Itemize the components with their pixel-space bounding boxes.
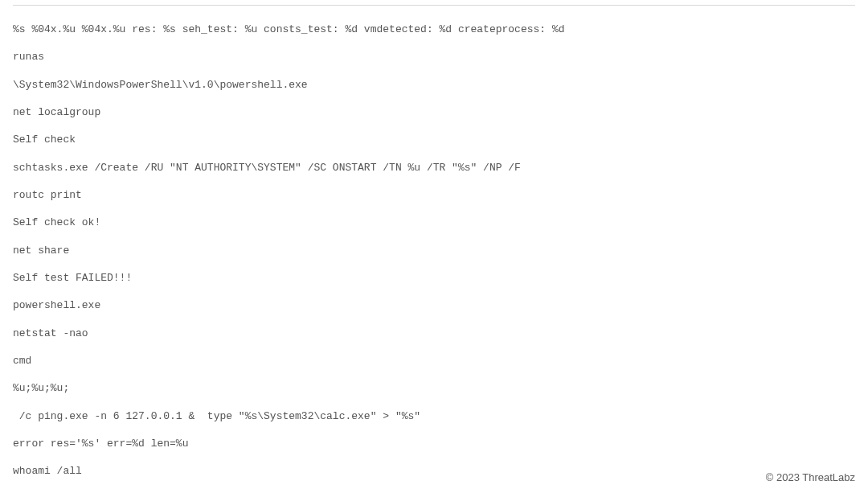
text-line: cmd (13, 354, 855, 368)
text-line: netstat -nao (13, 327, 855, 340)
text-line: Self check (13, 133, 855, 146)
text-line: Self check ok! (13, 216, 855, 229)
text-line: Self test FAILED!!! (13, 271, 855, 285)
text-line: powershell.exe (13, 298, 855, 312)
text-line: runas (13, 50, 855, 64)
text-line: whoami /all (13, 464, 855, 478)
text-line: %u;%u;%u; (13, 381, 855, 395)
text-line: net share (13, 244, 855, 257)
text-line: %s %04x.%u %04x.%u res: %s seh_test: %u … (13, 23, 855, 36)
copyright-label: © 2023 ThreatLabz (766, 471, 855, 484)
text-line: error res='%s' err=%d len=%u (13, 437, 855, 450)
text-line: net localgroup (13, 105, 855, 119)
text-line: schtasks.exe /Create /RU "NT AUTHORITY\S… (13, 161, 855, 175)
text-line: routc print (13, 188, 855, 202)
text-line: /c ping.exe -n 6 127.0.0.1 & type "%s\Sy… (13, 409, 855, 423)
text-line: \System32\WindowsPowerShell\v1.0\powersh… (13, 78, 855, 92)
decoded-strings-block: %s %04x.%u %04x.%u res: %s seh_test: %u … (13, 9, 855, 489)
top-divider (13, 5, 855, 6)
